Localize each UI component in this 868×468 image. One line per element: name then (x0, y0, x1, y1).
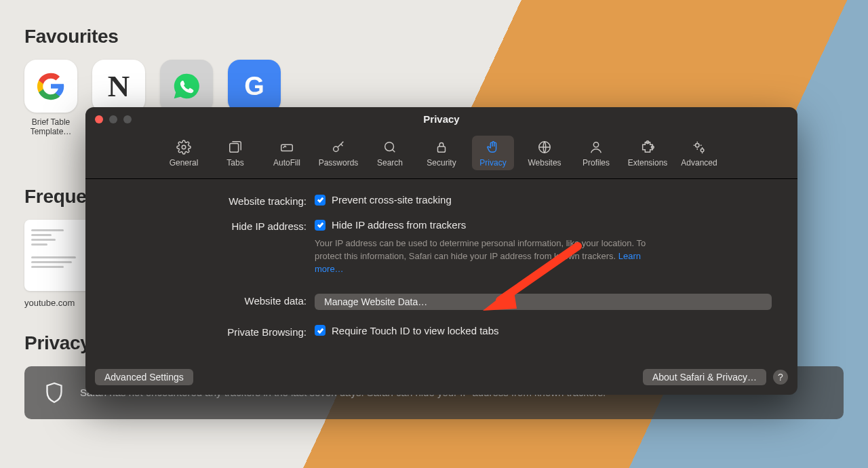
prevent-tracking-checkbox[interactable] (315, 195, 326, 206)
hide-ip-text: Hide IP address from trackers (332, 219, 466, 231)
shield-icon (45, 381, 64, 404)
search-icon (382, 140, 397, 155)
close-button[interactable] (95, 115, 103, 123)
prefs-content: Website tracking: Prevent cross-site tra… (85, 179, 797, 338)
about-safari-privacy-button[interactable]: About Safari & Privacy… (643, 369, 766, 385)
pen-icon (279, 140, 294, 155)
tab-search[interactable]: Search (369, 136, 411, 170)
svg-point-3 (334, 147, 338, 151)
minimize-button[interactable] (109, 115, 117, 123)
puzzle-icon (640, 140, 655, 155)
advanced-settings-button[interactable]: Advanced Settings (95, 369, 193, 385)
svg-rect-2 (281, 144, 293, 151)
google-icon (24, 60, 77, 113)
notion-icon: N (92, 60, 145, 113)
require-touchid-text: Require Touch ID to view locked tabs (332, 325, 499, 336)
tab-extensions[interactable]: Extensions (627, 136, 669, 170)
gear-icon (176, 140, 191, 155)
require-touchid-checkbox[interactable] (315, 325, 326, 336)
favourites-heading: Favourites (24, 26, 844, 47)
hide-ip-checkbox[interactable] (315, 220, 326, 231)
whatsapp-icon (160, 60, 213, 113)
svg-point-0 (182, 145, 186, 149)
manage-website-data-button[interactable]: Manage Website Data… (315, 294, 772, 310)
favourite-label: Brief Table Template… (23, 117, 79, 137)
person-icon (589, 140, 604, 155)
tab-autofill[interactable]: AutoFill (266, 136, 308, 170)
prefs-toolbar: General Tabs AutoFill Passwords Search S… (85, 132, 797, 179)
hand-icon (486, 140, 500, 155)
prevent-tracking-text: Prevent cross-site tracking (332, 194, 452, 206)
svg-point-4 (385, 142, 394, 151)
globe-icon (537, 140, 552, 155)
key-icon (331, 140, 346, 155)
tab-tabs[interactable]: Tabs (214, 136, 256, 170)
website-tracking-label: Website tracking: (111, 194, 315, 207)
svg-rect-1 (230, 144, 239, 153)
tab-advanced[interactable]: Advanced (678, 136, 720, 170)
tab-profiles[interactable]: Profiles (575, 136, 617, 170)
svg-point-7 (593, 142, 598, 147)
svg-point-10 (696, 144, 700, 148)
svg-rect-5 (438, 147, 446, 152)
hide-ip-help: Your IP address can be used to determine… (315, 237, 654, 276)
hide-ip-label: Hide IP address: (111, 219, 315, 232)
svg-point-11 (701, 149, 704, 152)
website-data-label: Website data: (111, 294, 315, 307)
tabs-icon (228, 140, 243, 155)
tab-passwords[interactable]: Passwords (317, 136, 359, 170)
tab-general[interactable]: General (163, 136, 205, 170)
favourite-item[interactable]: Brief Table Template… (24, 60, 77, 137)
tab-security[interactable]: Security (420, 136, 462, 170)
lock-icon (434, 140, 449, 155)
preferences-window: Privacy General Tabs AutoFill Passwords … (85, 107, 797, 395)
titlebar: Privacy (85, 107, 797, 132)
tab-privacy[interactable]: Privacy (472, 136, 514, 170)
traffic-lights (95, 115, 132, 123)
private-browsing-label: Private Browsing: (111, 325, 315, 338)
window-title: Privacy (85, 113, 797, 125)
gears-icon (692, 140, 707, 155)
generic-g-icon: G (228, 60, 281, 113)
zoom-button[interactable] (123, 115, 132, 123)
tab-websites[interactable]: Websites (524, 136, 566, 170)
help-button[interactable]: ? (773, 370, 788, 385)
